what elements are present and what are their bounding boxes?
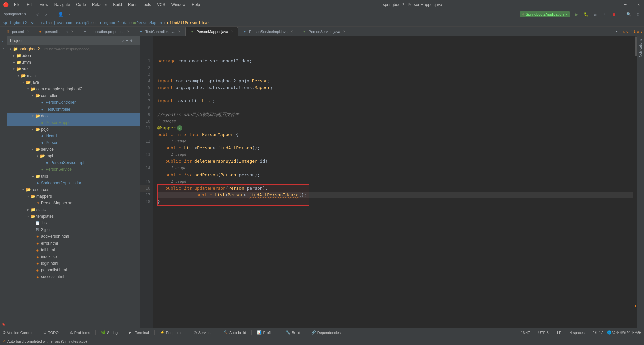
- terminal-button[interactable]: ▶_ Terminal: [129, 330, 149, 335]
- version-control-button[interactable]: ⊙ Version Control: [3, 330, 32, 335]
- navigate-forward-button[interactable]: ▷: [42, 11, 50, 18]
- breadcrumb-src[interactable]: src: [31, 21, 37, 25]
- breadcrumb-method[interactable]: findAllPersonIdcard: [169, 21, 212, 25]
- tree-index-jsp[interactable]: ▶ ◈ index.jsp: [7, 253, 140, 260]
- menu-refactor[interactable]: Refactor: [89, 2, 110, 8]
- run-button[interactable]: ▶: [573, 11, 581, 18]
- tree-Person[interactable]: ▶ ● Person: [7, 139, 140, 146]
- tab-personservice-close[interactable]: ✕: [342, 29, 347, 34]
- code-editor[interactable]: 1 2 3 4 5 6 7 8 9 10 11 12 13 14 15 16: [140, 36, 637, 328]
- menu-navigate[interactable]: Navigate: [52, 2, 73, 8]
- project-hide-button[interactable]: —: [135, 38, 137, 43]
- menu-view[interactable]: View: [37, 2, 51, 8]
- tree-mvn[interactable]: ▶ 📁 .mvn: [7, 59, 140, 66]
- tree-mappers[interactable]: ▾ 📂 mappers: [7, 193, 140, 200]
- tree-package[interactable]: ▾ 📂 com.example.springboot2: [7, 86, 140, 92]
- menu-edit[interactable]: Edit: [24, 2, 36, 8]
- tree-Idcard[interactable]: ▶ ● Idcard: [7, 133, 140, 139]
- dependencies-button[interactable]: 🔗 Dependencies: [311, 330, 341, 335]
- menu-build[interactable]: Build: [110, 2, 125, 8]
- tree-login-html[interactable]: ▶ ◈ login.html: [7, 260, 140, 267]
- menu-code[interactable]: Code: [73, 2, 89, 8]
- spring-button[interactable]: 🌿 Spring: [101, 330, 118, 335]
- project-settings-button[interactable]: ⚙: [130, 38, 133, 43]
- tab-personservice[interactable]: ● PersonService.java ✕: [298, 27, 351, 36]
- run-with-profiler-button[interactable]: ⚡: [601, 11, 609, 18]
- menu-vcs[interactable]: VCS: [154, 2, 168, 8]
- tab-per-xml[interactable]: ⚙ per.xml ✕: [1, 27, 34, 36]
- breadcrumb-dao[interactable]: dao: [123, 21, 130, 25]
- debug-button[interactable]: 🐛: [582, 11, 590, 18]
- user-status[interactable]: 🌐@不服输的小乌龟: [607, 330, 641, 335]
- tab-per-xml-close[interactable]: ✕: [25, 29, 30, 34]
- tree-utils[interactable]: ▶ 📁 utils: [7, 173, 140, 180]
- breadcrumb-springboot2-pkg[interactable]: springboot2: [95, 21, 120, 25]
- tree-java[interactable]: ▾ 📂 java: [7, 79, 140, 86]
- project-selector[interactable]: springboot2 ▾: [2, 11, 29, 18]
- tree-PersonMapper[interactable]: ▶ ● PersonMapper: [7, 119, 140, 126]
- tab-app-props-close[interactable]: ✕: [126, 29, 131, 34]
- breadcrumb-main[interactable]: main: [41, 21, 50, 25]
- tab-personmapper[interactable]: ● PersonMapper.java ✕: [185, 27, 238, 36]
- tab-personmapper-close[interactable]: ✕: [230, 29, 234, 34]
- breadcrumb-com[interactable]: com: [66, 21, 72, 25]
- coverage-button[interactable]: ☑: [591, 11, 599, 18]
- scroll-thumb[interactable]: [635, 36, 637, 56]
- tab-more-button[interactable]: ▾: [613, 27, 620, 36]
- bookmarks-icon[interactable]: 🔖: [0, 321, 7, 328]
- tree-controller[interactable]: ▾ 📂 controller: [7, 92, 140, 99]
- editor-scrollbar[interactable]: [633, 36, 637, 328]
- menu-tools[interactable]: Tools: [139, 2, 154, 8]
- minimize-button[interactable]: ─: [623, 2, 628, 7]
- tree-dao[interactable]: ▾ 📂 dao: [7, 113, 140, 119]
- tree-addPerson[interactable]: ▶ ◈ addPerson.html: [7, 233, 140, 240]
- tree-pojo[interactable]: ▾ 📂 pojo: [7, 126, 140, 133]
- tree-service[interactable]: ▾ 📂 service: [7, 146, 140, 153]
- endpoints-button[interactable]: ⚡ Endpoints: [160, 330, 182, 335]
- menu-window[interactable]: Window: [169, 2, 189, 8]
- dropdown-arrow-icon[interactable]: ▾: [65, 11, 73, 18]
- tree-error-html[interactable]: ▶ ◈ error.html: [7, 240, 140, 247]
- tab-personserviceimpl[interactable]: ● PersonServiceImpl.java ✕: [238, 27, 298, 36]
- tree-PersonMapper-xml[interactable]: ▶ ⚙ PersonMapper.xml: [7, 200, 140, 206]
- tree-1txt[interactable]: ▶ 📄 1.txt: [7, 220, 140, 226]
- auto-build-button[interactable]: 🔨 Auto-build: [223, 330, 246, 335]
- search-everywhere-button[interactable]: 🔍: [625, 11, 633, 18]
- tree-idea[interactable]: ▶ 📁 .idea: [7, 52, 140, 59]
- project-collapse-button[interactable]: ≡: [126, 38, 128, 43]
- navigate-back-button[interactable]: ◁: [34, 11, 42, 18]
- code-content[interactable]: package com.example.springboot2.dao; imp…: [153, 36, 633, 328]
- tab-testcontroller[interactable]: ● TestController.java ✕: [135, 27, 186, 36]
- breadcrumb-example[interactable]: example: [76, 21, 92, 25]
- tree-PersonServiceImpl[interactable]: ▶ ● PersonServiceImpl: [7, 159, 140, 166]
- tree-impl[interactable]: ▾ 📂 impl: [7, 153, 140, 159]
- tree-PersonService[interactable]: ▶ ● PersonService: [7, 166, 140, 173]
- user-icon[interactable]: 👤: [57, 11, 65, 18]
- problems-button[interactable]: ⚠ Problems: [70, 330, 90, 335]
- tab-personlist-html[interactable]: ◈ personlist.html ✕: [34, 27, 78, 36]
- menu-help[interactable]: Help: [189, 2, 203, 8]
- breadcrumb-personmapper[interactable]: PersonMapper: [136, 21, 163, 25]
- tree-success-html[interactable]: ▶ ◈ success.html: [7, 273, 140, 280]
- tree-PersonController[interactable]: ▶ ● PersonController: [7, 99, 140, 106]
- line-ending-indicator[interactable]: LF: [557, 331, 561, 335]
- notifications-label[interactable]: Notifications: [638, 36, 643, 60]
- encoding-indicator[interactable]: UTF-8: [538, 331, 549, 335]
- tab-personlist-close[interactable]: ✕: [70, 29, 75, 34]
- tree-fail-html[interactable]: ▶ ◈ fail.html: [7, 247, 140, 253]
- tree-resources[interactable]: ▾ 📂 resources: [7, 186, 140, 193]
- tree-personlist-html[interactable]: ▶ ◈ personlist.html: [7, 267, 140, 273]
- indent-indicator[interactable]: 4 spaces: [570, 331, 585, 335]
- services-button[interactable]: ◎ Services: [194, 330, 212, 335]
- project-icon[interactable]: 1: [0, 38, 7, 44]
- profiler-button[interactable]: 📊 Profiler: [257, 330, 275, 335]
- project-locate-button[interactable]: ⊙: [122, 38, 124, 43]
- tab-application-properties[interactable]: ≡ application.properties ✕: [78, 27, 135, 36]
- line-col-indicator[interactable]: 16:47: [521, 331, 530, 335]
- stop-button[interactable]: ■: [610, 11, 618, 18]
- tree-Springboot2Application[interactable]: ▶ ● Springboot2Application: [7, 180, 140, 186]
- tree-main[interactable]: ▾ 📂 main: [7, 72, 140, 79]
- settings-button[interactable]: ⚙: [634, 11, 642, 18]
- menu-run[interactable]: Run: [125, 2, 138, 8]
- structure-icon[interactable]: ⚡: [0, 45, 7, 52]
